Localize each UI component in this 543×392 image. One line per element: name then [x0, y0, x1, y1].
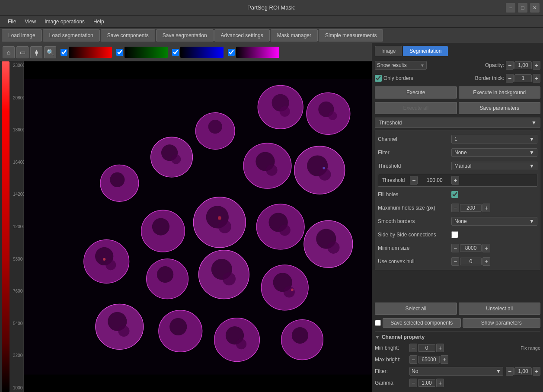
gamma-decrease-button[interactable]: −: [409, 379, 417, 387]
svg-point-63: [169, 318, 187, 335]
gamma-increase-button[interactable]: +: [436, 379, 444, 387]
filter-dropdown[interactable]: None ▼: [451, 148, 537, 157]
max-holes-decrease-button[interactable]: −: [451, 204, 459, 212]
advanced-settings-button[interactable]: Advanced settings: [214, 29, 270, 41]
side-by-side-checkbox[interactable]: [451, 231, 458, 238]
fix-range-label: Fix range: [521, 345, 540, 351]
load-image-button[interactable]: Load image: [2, 29, 42, 41]
unselect-all-button[interactable]: Unselect all: [459, 303, 541, 315]
channel-2-checkbox[interactable]: [116, 49, 123, 56]
load-segmentation-button[interactable]: Load segmentation: [43, 29, 100, 41]
only-borders-checkbox[interactable]: [375, 75, 382, 82]
min-bright-decrease-button[interactable]: −: [409, 344, 417, 352]
channel-filter-value: No ▼: [409, 367, 503, 376]
show-params-button[interactable]: Show parameters: [463, 318, 541, 328]
execute-row: Execute Execute in background: [375, 86, 540, 99]
menu-file[interactable]: File: [3, 18, 20, 25]
border-thick-spinner: − 1 +: [506, 74, 540, 83]
image-canvas[interactable]: [24, 61, 372, 392]
rect-tool-button[interactable]: ▭: [16, 46, 29, 58]
tab-image[interactable]: Image: [375, 46, 402, 56]
convex-hull-decrease-button[interactable]: −: [451, 257, 459, 266]
minimum-size-increase-button[interactable]: +: [482, 244, 490, 252]
save-segmentation-button[interactable]: Save segmentation: [156, 29, 214, 41]
smooth-borders-dropdown[interactable]: None ▼: [451, 217, 537, 226]
threshold-section-header[interactable]: Threshold ▼: [375, 118, 540, 128]
show-results-arrow: ▼: [420, 63, 425, 68]
channel-filter-dropdown[interactable]: No ▼: [409, 367, 503, 376]
channel-property-header[interactable]: ▼ Channel property: [375, 334, 540, 340]
opacity-decrease-button[interactable]: −: [506, 61, 514, 70]
convex-hull-row: Use convex hull − 0 +: [378, 256, 537, 267]
minimum-size-decrease-button[interactable]: −: [451, 244, 459, 252]
svg-point-49: [223, 272, 236, 285]
min-bright-spinner-value: 0: [418, 344, 435, 352]
save-selected-button[interactable]: Save selected components: [383, 318, 461, 328]
menu-image-operations[interactable]: Image operations: [40, 18, 89, 25]
channel-2-block: [116, 47, 168, 58]
channel-value: 1 ▼: [451, 135, 537, 143]
minimum-size-spinner-value: 8000: [460, 244, 482, 252]
y-label-23000: 23000: [13, 63, 22, 68]
max-bright-decrease-button[interactable]: −: [409, 355, 417, 364]
y-label-14200: 14200: [13, 192, 22, 197]
menu-help[interactable]: Help: [89, 18, 109, 25]
close-button[interactable]: ✕: [530, 3, 540, 13]
minimum-size-row: Minimum size − 8000 +: [378, 242, 537, 254]
y-label-9800: 9800: [13, 257, 22, 261]
svg-point-60: [118, 325, 129, 337]
opacity-increase-button[interactable]: +: [533, 61, 540, 70]
channel-3-checkbox[interactable]: [172, 49, 179, 56]
save-components-button[interactable]: Save components: [101, 29, 155, 41]
min-bright-increase-button[interactable]: +: [436, 344, 444, 352]
max-bright-increase-button[interactable]: +: [441, 355, 448, 364]
menu-view[interactable]: View: [20, 18, 40, 25]
maximize-button[interactable]: □: [518, 3, 527, 13]
minimize-button[interactable]: −: [506, 3, 515, 13]
svg-point-72: [291, 288, 294, 291]
channel-4-gradient: [236, 47, 279, 58]
threshold-method-dropdown-arrow: ▼: [529, 163, 534, 169]
channel-1-checkbox[interactable]: [61, 49, 67, 56]
mask-manager-button[interactable]: Mask manager: [271, 29, 318, 41]
home-tool-button[interactable]: ⌂: [3, 46, 15, 58]
execute-button[interactable]: Execute: [375, 86, 457, 99]
threshold-decrease-button[interactable]: −: [410, 176, 418, 185]
search-tool-button[interactable]: 🔍: [44, 46, 56, 58]
select-all-button[interactable]: Select all: [375, 303, 457, 315]
fill-holes-checkbox[interactable]: [451, 191, 458, 198]
border-thick-decrease-button[interactable]: −: [506, 74, 514, 83]
convex-hull-increase-button[interactable]: +: [482, 257, 490, 266]
3d-tool-button[interactable]: ⧫: [30, 46, 42, 58]
threshold-increase-button[interactable]: +: [451, 176, 459, 185]
channel-4-checkbox[interactable]: [228, 49, 235, 56]
tab-bar: Image Segmentation: [375, 46, 540, 56]
save-checkbox[interactable]: [375, 320, 381, 326]
filter-label: Filter: [378, 150, 451, 156]
threshold-section-arrow: ▼: [531, 120, 537, 126]
channel-filter-decrease-button[interactable]: −: [506, 367, 514, 376]
tab-segmentation[interactable]: Segmentation: [403, 46, 448, 56]
svg-point-34: [279, 224, 291, 236]
border-thick-increase-button[interactable]: +: [533, 74, 540, 83]
gamma-spinner-value: 1,00: [418, 379, 435, 387]
max-bright-value: − 65000 +: [409, 355, 540, 364]
max-holes-increase-button[interactable]: +: [482, 204, 490, 212]
channel-filter-increase-button[interactable]: +: [533, 367, 540, 376]
titlebar: PartSeg ROI Mask: − □ ✕: [0, 0, 543, 16]
threshold-value-input[interactable]: [419, 177, 450, 183]
channel-dropdown[interactable]: 1 ▼: [451, 135, 537, 143]
execute-all-button[interactable]: Execute all: [375, 102, 457, 114]
execute-background-button[interactable]: Execute in background: [459, 86, 541, 99]
show-results-dropdown[interactable]: Show results ▼: [375, 61, 427, 70]
minimum-size-value: − 8000 +: [451, 244, 537, 252]
only-borders-label: Only borders: [383, 75, 413, 81]
main-layout: ⌂ ▭ ⧫ 🔍: [0, 43, 543, 392]
simple-measurements-button[interactable]: Simple measurements: [319, 29, 383, 41]
threshold-method-dropdown[interactable]: Manual ▼: [451, 162, 537, 170]
svg-point-41: [327, 242, 339, 254]
save-parameters-button[interactable]: Save parameters: [459, 102, 541, 114]
main-toolbar: Load image Load segmentation Save compon…: [0, 28, 543, 43]
side-by-side-value: [451, 231, 537, 238]
channel-filter-extra-value: 1,00: [514, 367, 532, 375]
